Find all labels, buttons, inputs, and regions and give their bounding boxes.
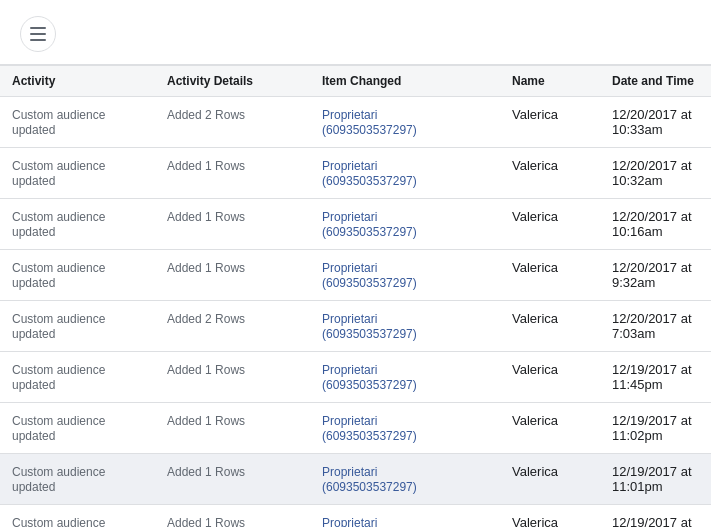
item-link[interactable]: Proprietari(6093503537297) <box>322 516 417 527</box>
cell-activity: Custom audience updated <box>0 454 155 505</box>
details-label: Added 1 Rows <box>167 210 245 224</box>
cell-item: Proprietari(6093503537297) <box>310 97 500 148</box>
col-header-item: Item Changed <box>310 66 500 97</box>
table-row: Custom audience updatedAdded 1 RowsPropr… <box>0 403 711 454</box>
cell-details: Added 2 Rows <box>155 97 310 148</box>
cell-name: Valerica <box>500 97 600 148</box>
table-row: Custom audience updatedAdded 1 RowsPropr… <box>0 352 711 403</box>
cell-details: Added 1 Rows <box>155 148 310 199</box>
cell-name: Valerica <box>500 148 600 199</box>
cell-details: Added 1 Rows <box>155 352 310 403</box>
cell-details: Added 1 Rows <box>155 199 310 250</box>
cell-name: Valerica <box>500 454 600 505</box>
item-link[interactable]: Proprietari(6093503537297) <box>322 159 417 188</box>
table-row: Custom audience updatedAdded 1 RowsPropr… <box>0 505 711 528</box>
cell-details: Added 1 Rows <box>155 403 310 454</box>
cell-name: Valerica <box>500 250 600 301</box>
cell-date: 12/19/2017 at 11:02pm <box>600 403 711 454</box>
activity-label: Custom audience updated <box>12 210 105 239</box>
cell-name: Valerica <box>500 199 600 250</box>
cell-activity: Custom audience updated <box>0 199 155 250</box>
cell-date: 12/19/2017 at 10:46pm <box>600 505 711 528</box>
activity-label: Custom audience updated <box>12 516 105 527</box>
activity-label: Custom audience updated <box>12 363 105 392</box>
cell-item: Proprietari(6093503537297) <box>310 352 500 403</box>
details-label: Added 2 Rows <box>167 108 245 122</box>
cell-date: 12/20/2017 at 10:16am <box>600 199 711 250</box>
cell-activity: Custom audience updated <box>0 250 155 301</box>
menu-button[interactable] <box>20 16 56 52</box>
cell-item: Proprietari(6093503537297) <box>310 454 500 505</box>
cell-date: 12/20/2017 at 10:33am <box>600 97 711 148</box>
col-header-name: Name <box>500 66 600 97</box>
item-link[interactable]: Proprietari(6093503537297) <box>322 261 417 290</box>
cell-activity: Custom audience updated <box>0 352 155 403</box>
details-label: Added 1 Rows <box>167 363 245 377</box>
table-row: Custom audience updatedAdded 2 RowsPropr… <box>0 97 711 148</box>
details-label: Added 1 Rows <box>167 261 245 275</box>
cell-details: Added 2 Rows <box>155 301 310 352</box>
cell-date: 12/20/2017 at 9:32am <box>600 250 711 301</box>
details-label: Added 2 Rows <box>167 312 245 326</box>
cell-activity: Custom audience updated <box>0 97 155 148</box>
item-link[interactable]: Proprietari(6093503537297) <box>322 465 417 494</box>
activity-label: Custom audience updated <box>12 465 105 494</box>
page-header <box>0 0 711 65</box>
cell-activity: Custom audience updated <box>0 301 155 352</box>
cell-item: Proprietari(6093503537297) <box>310 148 500 199</box>
table-row: Custom audience updatedAdded 1 RowsPropr… <box>0 250 711 301</box>
activity-label: Custom audience updated <box>12 414 105 443</box>
table-row: Custom audience updatedAdded 1 RowsPropr… <box>0 148 711 199</box>
activity-label: Custom audience updated <box>12 312 105 341</box>
cell-activity: Custom audience updated <box>0 505 155 528</box>
cell-date: 12/19/2017 at 11:01pm <box>600 454 711 505</box>
table-row: Custom audience updatedAdded 1 RowsPropr… <box>0 199 711 250</box>
cell-item: Proprietari(6093503537297) <box>310 250 500 301</box>
item-link[interactable]: Proprietari(6093503537297) <box>322 312 417 341</box>
table-header: Activity Activity Details Item Changed N… <box>0 66 711 97</box>
table-body: Custom audience updatedAdded 2 RowsPropr… <box>0 97 711 528</box>
cell-date: 12/20/2017 at 10:32am <box>600 148 711 199</box>
cell-date: 12/19/2017 at 11:45pm <box>600 352 711 403</box>
audience-history-table: Activity Activity Details Item Changed N… <box>0 65 711 527</box>
col-header-details: Activity Details <box>155 66 310 97</box>
details-label: Added 1 Rows <box>167 414 245 428</box>
cell-name: Valerica <box>500 403 600 454</box>
details-label: Added 1 Rows <box>167 516 245 527</box>
activity-label: Custom audience updated <box>12 108 105 137</box>
item-link[interactable]: Proprietari(6093503537297) <box>322 363 417 392</box>
item-link[interactable]: Proprietari(6093503537297) <box>322 210 417 239</box>
table-row: Custom audience updatedAdded 1 RowsPropr… <box>0 454 711 505</box>
item-link[interactable]: Proprietari(6093503537297) <box>322 108 417 137</box>
cell-activity: Custom audience updated <box>0 403 155 454</box>
details-label: Added 1 Rows <box>167 159 245 173</box>
cell-name: Valerica <box>500 301 600 352</box>
cell-details: Added 1 Rows <box>155 250 310 301</box>
cell-item: Proprietari(6093503537297) <box>310 403 500 454</box>
cell-name: Valerica <box>500 505 600 528</box>
cell-item: Proprietari(6093503537297) <box>310 199 500 250</box>
cell-date: 12/20/2017 at 7:03am <box>600 301 711 352</box>
cell-item: Proprietari(6093503537297) <box>310 505 500 528</box>
cell-activity: Custom audience updated <box>0 148 155 199</box>
details-label: Added 1 Rows <box>167 465 245 479</box>
activity-label: Custom audience updated <box>12 261 105 290</box>
item-link[interactable]: Proprietari(6093503537297) <box>322 414 417 443</box>
cell-details: Added 1 Rows <box>155 454 310 505</box>
activity-label: Custom audience updated <box>12 159 105 188</box>
col-header-activity: Activity <box>0 66 155 97</box>
cell-details: Added 1 Rows <box>155 505 310 528</box>
cell-name: Valerica <box>500 352 600 403</box>
cell-item: Proprietari(6093503537297) <box>310 301 500 352</box>
header-row: Activity Activity Details Item Changed N… <box>0 66 711 97</box>
table-row: Custom audience updatedAdded 2 RowsPropr… <box>0 301 711 352</box>
col-header-date: Date and Time <box>600 66 711 97</box>
